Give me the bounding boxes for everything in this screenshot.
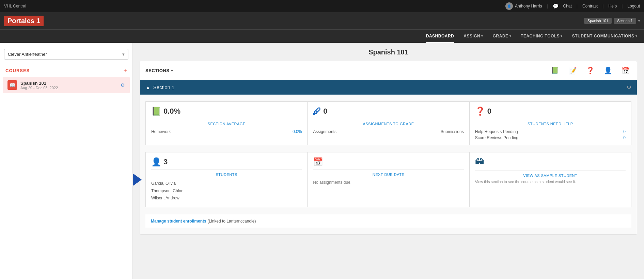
section-settings-icon[interactable]: ⚙ <box>627 84 631 91</box>
top-nav-right: 👤 Anthony Harris | 💬 Chat | Contrast | H… <box>505 2 640 10</box>
enrollment-linked-text: (Linked to Lanternccandle) <box>207 219 256 224</box>
blue-arrow <box>133 173 142 186</box>
chevron-down-icon: ▾ <box>122 52 125 57</box>
sections-panel: SECTIONS + 📗 📝 ❓ 👤 📅 ▲ Section 1 ⚙ <box>140 61 637 235</box>
section-average-detail: Homework 0.0% <box>151 129 302 134</box>
arrow-head-icon <box>133 173 142 186</box>
logout-link[interactable]: Logout <box>627 4 640 9</box>
chevron-down-icon: ▾ <box>481 34 483 38</box>
course-book-icon: 📖 <box>7 80 17 90</box>
gradebook-stat-icon: 📗 <box>151 106 161 116</box>
assignments-to-grade-detail: Assignments Submissions <box>313 129 464 134</box>
course-name: Spanish 101 <box>20 81 58 86</box>
school-name: Clever Antlerfeather <box>8 52 47 57</box>
layout: Clever Antlerfeather ▾ COURSES + 📖 Spani… <box>0 43 644 279</box>
nav-grade[interactable]: GRADE▾ <box>493 30 511 43</box>
add-course-button[interactable]: + <box>123 67 127 74</box>
view-as-student-label[interactable]: VIEW AS SAMPLE STUDENT <box>475 170 626 178</box>
main-nav: DASHBOARD ASSIGN▾ GRADE▾ TEACHING TOOLS▾… <box>0 29 644 43</box>
user-info: 👤 Anthony Harris <box>505 2 542 10</box>
logo[interactable]: Portales 1 <box>4 16 44 26</box>
gradebook-icon[interactable]: 📗 <box>549 65 561 76</box>
nav-dashboard[interactable]: DASHBOARD <box>426 30 454 43</box>
main-content: Spanish 101 SECTIONS + 📗 📝 ❓ 👤 📅 ▲ Secti… <box>133 43 644 279</box>
enrollment-bar: Manage student enrollments (Linked to La… <box>145 214 631 228</box>
list-item: Garcia, Olivia <box>151 180 302 187</box>
assignments-to-grade-card: 🖊 0 ASSIGNMENTS TO GRADE Assignments Sub… <box>308 101 469 145</box>
students-icon[interactable]: 👤 <box>602 65 614 76</box>
section-pill-item[interactable]: Section 1 <box>614 18 636 24</box>
collapse-icon[interactable]: ▲ <box>145 84 151 90</box>
assignments-icon[interactable]: 📝 <box>567 65 578 76</box>
top-nav: VHL Central 👤 Anthony Harris | 💬 Chat | … <box>0 0 644 12</box>
section-header: ▲ Section 1 ⚙ <box>140 80 637 95</box>
avatar: 👤 <box>505 2 513 10</box>
section-average-card: 📗 0.0% SECTION AVERAGE Homework 0.0% <box>145 101 308 145</box>
no-due-value: No assignments due. <box>313 180 464 185</box>
next-due-card: 📅 NEXT DUE DATE No assignments due. <box>308 152 469 207</box>
help-link[interactable]: Help <box>608 4 617 9</box>
school-dropdown[interactable]: Clever Antlerfeather ▾ <box>4 49 128 60</box>
section-average-label[interactable]: SECTION AVERAGE <box>151 119 302 126</box>
list-item: Wilson, Andrew <box>151 195 302 202</box>
glasses-icon: 🕶 <box>475 157 484 168</box>
nav-teaching-tools[interactable]: TEACHING TOOLS▾ <box>521 30 563 43</box>
calendar-stat-icon: 📅 <box>313 157 323 167</box>
stats-row: 📗 0.0% SECTION AVERAGE Homework 0.0% 🖊 <box>145 101 631 145</box>
sections-add-button[interactable]: SECTIONS + <box>145 68 174 73</box>
section-chevron-icon[interactable]: ▾ <box>638 19 640 23</box>
section-pill[interactable]: Spanish 101 Section 1 ▾ <box>584 18 640 24</box>
chevron-down-icon: ▾ <box>561 34 563 38</box>
sections-toolbar: SECTIONS + 📗 📝 ❓ 👤 📅 <box>140 61 637 80</box>
assignments-to-grade-label[interactable]: ASSIGNMENTS TO GRADE <box>313 119 464 126</box>
students-card: 👤 3 STUDENTS Garcia, Olivia Thompson, Ch… <box>145 152 308 207</box>
page-title: Spanish 101 <box>140 48 637 56</box>
nav-student-communications[interactable]: STUDENT COMMUNICATIONS▾ <box>572 30 637 43</box>
students-row: 👤 3 STUDENTS Garcia, Olivia Thompson, Ch… <box>145 152 631 207</box>
course-dates: Aug 29 - Dec 05, 2022 <box>20 86 58 90</box>
help-icon[interactable]: ❓ <box>584 65 596 76</box>
course-list-item[interactable]: 📖 Spanish 101 Aug 29 - Dec 05, 2022 ⚙ <box>3 77 130 93</box>
courses-header: COURSES + <box>0 65 132 77</box>
students-need-help-card: ❓ 0 STUDENTS NEED HELP Help Requests Pen… <box>470 101 631 145</box>
chevron-down-icon: ▾ <box>509 34 512 38</box>
courses-label: COURSES <box>5 68 30 73</box>
sidebar: Clever Antlerfeather ▾ COURSES + 📖 Spani… <box>0 43 133 279</box>
gear-icon[interactable]: ⚙ <box>121 82 125 88</box>
section-body: 📗 0.0% SECTION AVERAGE Homework 0.0% 🖊 <box>140 95 637 234</box>
students-label[interactable]: STUDENTS <box>151 169 302 177</box>
students-need-help-value: ❓ 0 <box>475 106 626 116</box>
section-average-value: 📗 0.0% <box>151 106 302 116</box>
list-item: Thompson, Chloe <box>151 187 302 195</box>
manage-enrollment-link[interactable]: Manage student enrollments <box>151 219 206 224</box>
sections-icons: 📗 📝 ❓ 👤 📅 <box>549 65 631 76</box>
help-stat-icon: ❓ <box>475 106 485 116</box>
user-name: Anthony Harris <box>515 4 542 9</box>
view-as-student-card: 🕶 VIEW AS SAMPLE STUDENT View this secti… <box>470 152 631 207</box>
assignments-stat-icon: 🖊 <box>313 106 321 116</box>
chat-icon: 💬 <box>553 3 559 9</box>
students-need-help-label[interactable]: STUDENTS NEED HELP <box>475 119 626 126</box>
next-due-label[interactable]: NEXT DUE DATE <box>313 169 464 177</box>
student-list: Garcia, Olivia Thompson, Chloe Wilson, A… <box>151 180 302 202</box>
chevron-down-icon: ▾ <box>635 34 638 38</box>
nav-assign[interactable]: ASSIGN▾ <box>464 30 483 43</box>
students-stat-icon: 👤 <box>151 157 161 167</box>
calendar-icon[interactable]: 📅 <box>620 65 631 76</box>
app-title: VHL Central <box>4 4 26 9</box>
contrast-link[interactable]: Contrast <box>582 4 598 9</box>
logo-bar: Portales 1 Spanish 101 Section 1 ▾ <box>0 12 644 29</box>
section-name: Section 1 <box>153 84 175 90</box>
assignments-to-grade-value: 🖊 0 <box>313 106 464 116</box>
view-as-student-desc: View this section to see the course as a… <box>475 180 626 184</box>
chat-link[interactable]: Chat <box>563 4 572 9</box>
course-pill[interactable]: Spanish 101 <box>584 18 612 24</box>
